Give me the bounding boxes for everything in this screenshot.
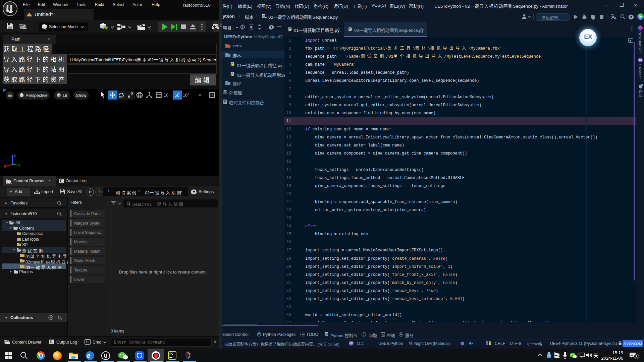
svg-text:Z: Z (14, 153, 16, 157)
svg-text:Y: Y (18, 163, 21, 167)
